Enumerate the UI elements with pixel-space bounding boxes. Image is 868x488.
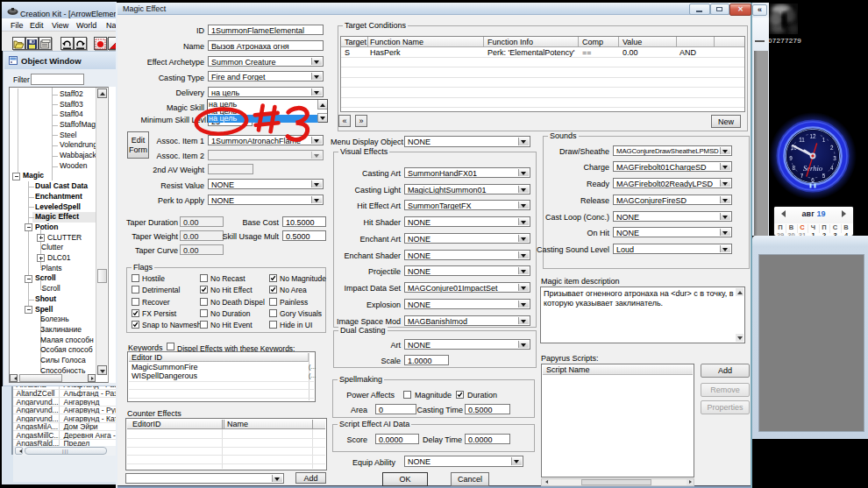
svg-text:5: 5 xyxy=(822,173,826,179)
svg-text:12: 12 xyxy=(809,133,816,139)
svg-text:Serhio: Serhio xyxy=(803,164,822,173)
svg-text:9: 9 xyxy=(789,155,793,161)
svg-text:2: 2 xyxy=(830,145,834,151)
svg-text:3: 3 xyxy=(833,155,836,161)
svg-text:11: 11 xyxy=(799,137,805,143)
svg-text:7: 7 xyxy=(800,173,804,179)
svg-text:8: 8 xyxy=(793,165,796,171)
svg-text:4: 4 xyxy=(830,165,834,171)
svg-text:6: 6 xyxy=(811,177,815,183)
svg-text:1: 1 xyxy=(822,137,826,143)
